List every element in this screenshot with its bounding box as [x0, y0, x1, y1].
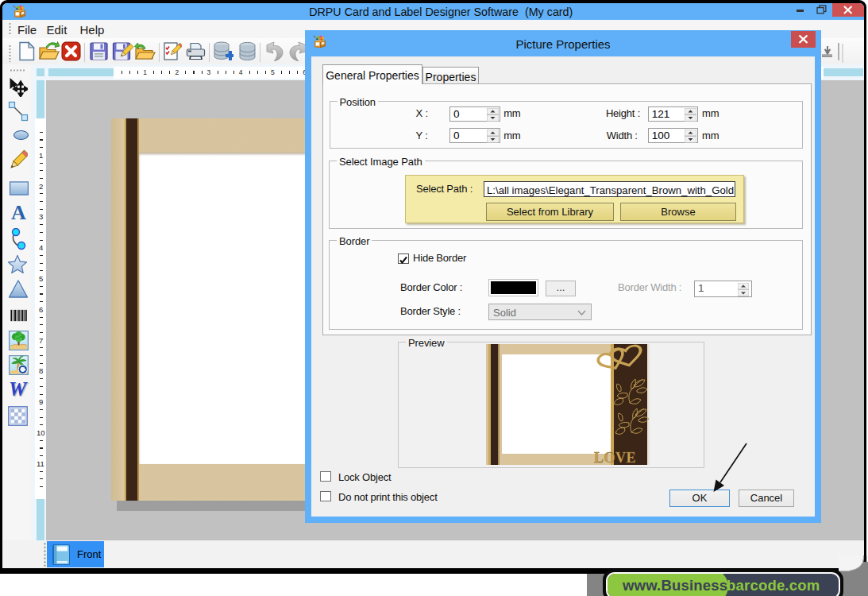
svg-text:LOVE: LOVE [594, 450, 636, 465]
